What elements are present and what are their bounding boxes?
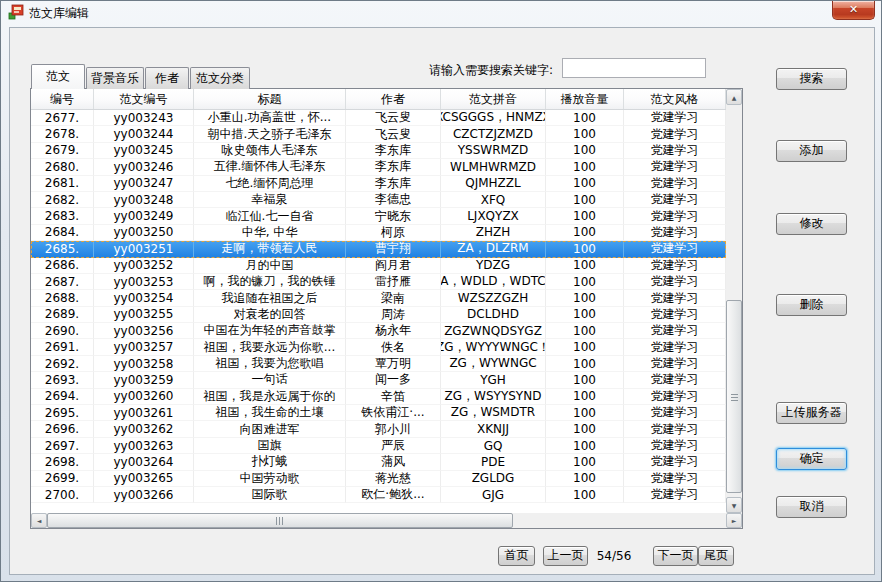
vertical-scrollbar-thumb[interactable] <box>726 300 742 493</box>
table-row[interactable]: 2700.yy003266国际歌欧仁·鲍狄...GJG100党建学习 <box>31 487 726 503</box>
cell-volume: 100 <box>546 356 624 372</box>
cell-essay-id: yy003265 <box>94 471 194 487</box>
cell-style: 党建学习 <box>624 487 726 503</box>
table-row[interactable]: 2689.yy003255对衰老的回答周涛DCLDHD100党建学习 <box>31 307 726 323</box>
cell-author: 辛笛 <box>346 389 441 405</box>
table-row[interactable]: 2685.yy003251走啊，带领着人民曹宇翔ZA，DLZRM100党建学习 <box>31 241 726 257</box>
cell-author: 柯原 <box>346 225 441 241</box>
cell-author: 严辰 <box>346 438 441 454</box>
table-row[interactable]: 2690.yy003256中国在为年轻的声音鼓掌杨永年ZGZWNQDSYGZ10… <box>31 323 726 339</box>
tab-essay-categories[interactable]: 范文分类 <box>190 67 250 89</box>
column-header-title[interactable]: 标题 <box>194 89 346 109</box>
tab-authors[interactable]: 作者 <box>145 67 189 89</box>
cell-volume: 100 <box>546 339 624 355</box>
table-row[interactable]: 2695.yy003261祖国，我生命的土壤铁依甫江·...ZG，WSMDTR1… <box>31 405 726 421</box>
first-page-button[interactable]: 首页 <box>498 546 535 566</box>
table-row[interactable]: 2697.yy003263国旗严辰GQ100党建学习 <box>31 438 726 454</box>
horizontal-scrollbar-thumb[interactable] <box>47 513 513 528</box>
delete-button[interactable]: 删除 <box>776 294 847 316</box>
table-row[interactable]: 2677.yy003243小重山.功高盖世，怀...飞云叟XCSGGGS，HNM… <box>31 110 726 126</box>
cell-title: 临江仙.七一自省 <box>194 208 346 224</box>
app-icon <box>8 4 24 20</box>
table-row[interactable]: 2691.yy003257祖国，我要永远为你歌...佚名ZG，WYYYWNGC！… <box>31 339 726 355</box>
dialog-window: 范文库编辑 ✕ 范文 背景音乐 作者 范文分类 请输入需要搜索关键字: 编号范文… <box>0 0 882 582</box>
table-row[interactable]: 2681.yy003247七绝.缅怀周总理李东库QJMHZZL100党建学习 <box>31 176 726 192</box>
cell-style: 党建学习 <box>624 405 726 421</box>
table-row[interactable]: 2694.yy003260祖国，我是永远属于你的辛笛ZG，WSYYSYND100… <box>31 389 726 405</box>
close-icon: ✕ <box>849 3 858 16</box>
cell-number: 2684. <box>31 225 94 241</box>
table-row[interactable]: 2699.yy003265中国劳动歌蒋光慈ZGLDG100党建学习 <box>31 471 726 487</box>
tab-essays[interactable]: 范文 <box>31 64 85 89</box>
cell-pinyin: YGH <box>441 372 546 388</box>
upload-server-button[interactable]: 上传服务器 <box>776 402 847 424</box>
cell-style: 党建学习 <box>624 274 726 290</box>
cell-pinyin: DCLDHD <box>441 307 546 323</box>
cell-pinyin: GQ <box>441 438 546 454</box>
table-row[interactable]: 2693.yy003259一句话闻一多YGH100党建学习 <box>31 372 726 388</box>
cell-essay-id: yy003245 <box>94 143 194 159</box>
cell-style: 党建学习 <box>624 241 726 257</box>
search-input[interactable] <box>562 58 706 78</box>
cell-number: 2686. <box>31 258 94 274</box>
add-button[interactable]: 添加 <box>776 140 847 162</box>
cell-volume: 100 <box>546 241 624 257</box>
table-row[interactable]: 2687.yy003253啊，我的镰刀，我的铁锤雷抒雁A，WDLD，WDTC10… <box>31 274 726 290</box>
cell-author: 郭小川 <box>346 421 441 437</box>
cell-pinyin: ZG，WYWNGC <box>441 356 546 372</box>
cell-number: 2693. <box>31 372 94 388</box>
table-row[interactable]: 2684.yy003250中华, 中华柯原ZHZH100党建学习 <box>31 225 726 241</box>
vertical-scrollbar[interactable]: ▲ ▼ <box>726 89 742 513</box>
last-page-button[interactable]: 尾页 <box>698 546 734 566</box>
table-row[interactable]: 2678.yy003244朝中措.天之骄子毛泽东飞云叟CZCTZJZMZD100… <box>31 126 726 142</box>
next-page-button[interactable]: 下一页 <box>653 546 698 566</box>
ok-button[interactable]: 确定 <box>776 448 847 470</box>
cell-title: 走啊，带领着人民 <box>194 241 346 257</box>
table-row[interactable]: 2680.yy003246五律.缅怀伟人毛泽东李东库WLMHWRMZD100党建… <box>31 159 726 175</box>
cell-essay-id: yy003243 <box>94 110 194 126</box>
edit-button[interactable]: 修改 <box>776 213 847 235</box>
scroll-down-icon[interactable]: ▼ <box>726 497 742 513</box>
cell-essay-id: yy003266 <box>94 487 194 503</box>
search-button[interactable]: 搜索 <box>776 68 847 90</box>
cell-pinyin: CZCTZJZMZD <box>441 126 546 142</box>
cell-style: 党建学习 <box>624 339 726 355</box>
column-header-pinyin[interactable]: 范文拼音 <box>441 89 546 109</box>
cell-title: 七绝.缅怀周总理 <box>194 176 346 192</box>
column-header-number[interactable]: 编号 <box>31 89 94 109</box>
table-row[interactable]: 2692.yy003258祖国，我要为您歌唱覃万明ZG，WYWNGC100党建学… <box>31 356 726 372</box>
table-row[interactable]: 2682.yy003248幸福泉李德忠XFQ100党建学习 <box>31 192 726 208</box>
table-row[interactable]: 2686.yy003252月的中国阎月君YDZG100党建学习 <box>31 258 726 274</box>
column-header-style[interactable]: 范文风格 <box>624 89 726 109</box>
table-row[interactable]: 2683.yy003249临江仙.七一自省宁晓东LJXQYZX100党建学习 <box>31 208 726 224</box>
cell-pinyin: ZA，DLZRM <box>441 241 546 257</box>
cell-style: 党建学习 <box>624 356 726 372</box>
column-header-essay-id[interactable]: 范文编号 <box>94 89 194 109</box>
table-row[interactable]: 2679.yy003245咏史颂伟人毛泽东李东库YSSWRMZD100党建学习 <box>31 143 726 159</box>
cell-essay-id: yy003254 <box>94 290 194 306</box>
table-row[interactable]: 2698.yy003264扑灯蛾蒲风PDE100党建学习 <box>31 454 726 470</box>
table-row[interactable]: 2688.yy003254我追随在祖国之后梁南WZSZZGZH100党建学习 <box>31 290 726 306</box>
cell-title: 中华, 中华 <box>194 225 346 241</box>
cell-pinyin: PDE <box>441 454 546 470</box>
scroll-right-icon[interactable]: ► <box>726 513 742 528</box>
cell-essay-id: yy003263 <box>94 438 194 454</box>
cell-title: 中国劳动歌 <box>194 471 346 487</box>
cancel-button[interactable]: 取消 <box>776 496 847 518</box>
cell-style: 党建学习 <box>624 192 726 208</box>
close-button[interactable]: ✕ <box>832 1 875 20</box>
horizontal-scrollbar[interactable]: ◄ ► <box>31 513 742 528</box>
prev-page-button[interactable]: 上一页 <box>543 546 588 566</box>
column-header-author[interactable]: 作者 <box>346 89 441 109</box>
cell-volume: 100 <box>546 176 624 192</box>
cell-essay-id: yy003260 <box>94 389 194 405</box>
table-row[interactable]: 2696.yy003262向困难进军郭小川XKNJJ100党建学习 <box>31 421 726 437</box>
scroll-left-icon[interactable]: ◄ <box>31 513 47 528</box>
tab-background-music[interactable]: 背景音乐 <box>86 67 144 89</box>
cell-volume: 100 <box>546 126 624 142</box>
cell-style: 党建学习 <box>624 143 726 159</box>
column-header-volume[interactable]: 播放音量 <box>546 89 624 109</box>
cell-number: 2685. <box>31 241 94 257</box>
scroll-up-icon[interactable]: ▲ <box>726 89 742 105</box>
cell-number: 2692. <box>31 356 94 372</box>
